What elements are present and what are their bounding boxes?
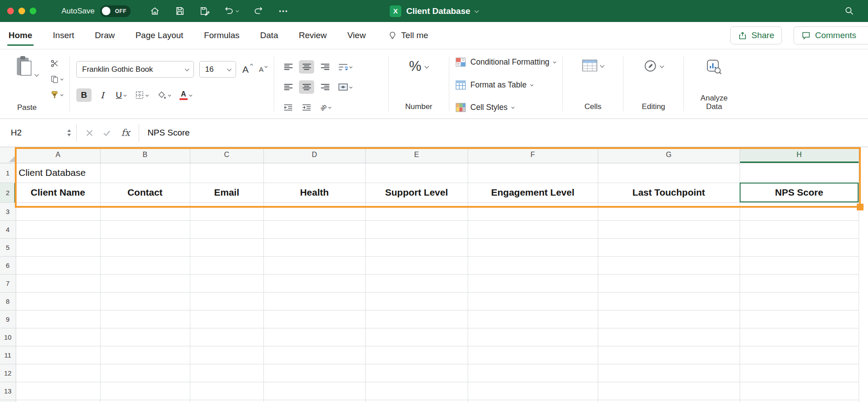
decrease-font-size-button[interactable]: A	[259, 66, 267, 73]
cell[interactable]	[190, 328, 263, 346]
cell[interactable]	[365, 238, 468, 256]
save-as-icon[interactable]	[199, 6, 210, 16]
cell[interactable]	[190, 292, 263, 310]
cell[interactable]	[100, 400, 190, 402]
cell[interactable]	[263, 364, 365, 382]
cell[interactable]	[468, 202, 598, 220]
select-all-corner[interactable]	[0, 147, 16, 163]
row-header-7[interactable]: 7	[0, 274, 16, 292]
cell[interactable]	[190, 238, 263, 256]
cell[interactable]	[598, 292, 740, 310]
cell[interactable]	[263, 292, 365, 310]
cell[interactable]	[100, 274, 190, 292]
cell[interactable]	[468, 310, 598, 328]
cell[interactable]	[190, 274, 263, 292]
row-header-10[interactable]: 10	[0, 328, 16, 346]
cell[interactable]	[740, 310, 859, 328]
conditional-formatting-button[interactable]: Conditional Formatting	[456, 57, 556, 67]
cell[interactable]	[468, 400, 598, 402]
insert-function-icon[interactable]: fx	[121, 127, 130, 138]
align-bottom-button[interactable]	[317, 60, 333, 74]
editing-button[interactable]	[644, 59, 664, 73]
cell-g2[interactable]: Last Touchpoint	[598, 183, 740, 202]
cell[interactable]	[598, 382, 740, 400]
cell[interactable]	[598, 238, 740, 256]
home-icon[interactable]	[149, 6, 160, 17]
document-title[interactable]: Client Database	[406, 6, 470, 16]
cell[interactable]	[190, 364, 263, 382]
cell[interactable]	[100, 310, 190, 328]
font-color-button[interactable]: A	[177, 88, 195, 102]
cell-h2-active[interactable]: NPS Score	[740, 183, 859, 202]
row-header-3[interactable]: 3	[0, 202, 16, 220]
column-header-g[interactable]: G	[598, 147, 740, 163]
fill-color-button[interactable]	[154, 88, 174, 102]
cell[interactable]	[740, 274, 859, 292]
cell[interactable]	[16, 256, 100, 274]
format-as-table-button[interactable]: Format as Table	[456, 80, 556, 90]
cell-styles-button[interactable]: Cell Styles	[456, 103, 556, 112]
cell[interactable]	[263, 220, 365, 238]
decrease-indent-button[interactable]	[281, 100, 296, 114]
font-size-select[interactable]: 16	[199, 61, 236, 78]
cell[interactable]	[190, 220, 263, 238]
cell[interactable]	[100, 238, 190, 256]
cell[interactable]	[263, 382, 365, 400]
cell[interactable]	[468, 328, 598, 346]
cell[interactable]	[468, 382, 598, 400]
cell[interactable]	[100, 382, 190, 400]
cell[interactable]	[740, 292, 859, 310]
share-button[interactable]: Share	[730, 26, 782, 44]
cell-f2[interactable]: Engagement Level	[468, 183, 598, 202]
cell[interactable]	[365, 220, 468, 238]
minimize-window-button[interactable]	[18, 8, 25, 14]
cell[interactable]	[468, 346, 598, 364]
number-format-button[interactable]: %	[409, 58, 429, 74]
tab-data[interactable]: Data	[260, 29, 279, 42]
column-header-f[interactable]: F	[468, 147, 598, 163]
annotation-resize-handle[interactable]	[857, 204, 864, 210]
paste-dropdown-chevron-icon[interactable]	[34, 72, 39, 77]
copy-button[interactable]	[50, 74, 63, 84]
merge-center-button[interactable]	[336, 80, 355, 94]
name-box-stepper[interactable]	[67, 129, 71, 136]
row-header-12[interactable]: 12	[0, 364, 16, 382]
cell[interactable]	[190, 400, 263, 402]
cell[interactable]	[16, 346, 100, 364]
cell[interactable]	[100, 163, 190, 183]
cell[interactable]	[365, 364, 468, 382]
cell[interactable]	[468, 220, 598, 238]
cell[interactable]	[740, 238, 859, 256]
text-orientation-button[interactable]: ab	[317, 100, 333, 114]
align-middle-button[interactable]	[299, 60, 314, 74]
cell[interactable]	[468, 238, 598, 256]
cell[interactable]	[263, 328, 365, 346]
cell[interactable]	[190, 163, 263, 183]
more-commands-icon[interactable]	[278, 6, 289, 17]
cell[interactable]	[740, 220, 859, 238]
align-top-button[interactable]	[281, 60, 296, 74]
cell-e2[interactable]: Support Level	[365, 183, 468, 202]
wrap-text-button[interactable]	[336, 60, 355, 74]
increase-indent-button[interactable]	[299, 100, 314, 114]
cell[interactable]	[16, 328, 100, 346]
cell[interactable]	[365, 328, 468, 346]
cells-button[interactable]	[582, 59, 604, 72]
paste-button[interactable]: Paste	[7, 54, 47, 118]
cell[interactable]	[365, 256, 468, 274]
underline-button[interactable]: U	[113, 88, 129, 102]
column-header-a[interactable]: A	[16, 147, 100, 163]
column-header-c[interactable]: C	[190, 147, 263, 163]
cell[interactable]	[468, 364, 598, 382]
cell[interactable]	[263, 346, 365, 364]
tab-review[interactable]: Review	[298, 29, 327, 42]
cell[interactable]	[16, 220, 100, 238]
row-header-2[interactable]: 2	[0, 183, 16, 202]
cell[interactable]	[263, 238, 365, 256]
bold-button[interactable]: B	[76, 88, 92, 102]
fullscreen-window-button[interactable]	[30, 8, 36, 14]
cell[interactable]	[263, 256, 365, 274]
cell[interactable]	[365, 202, 468, 220]
undo-dropdown-chevron-icon[interactable]	[237, 10, 239, 12]
cell[interactable]	[740, 202, 859, 220]
